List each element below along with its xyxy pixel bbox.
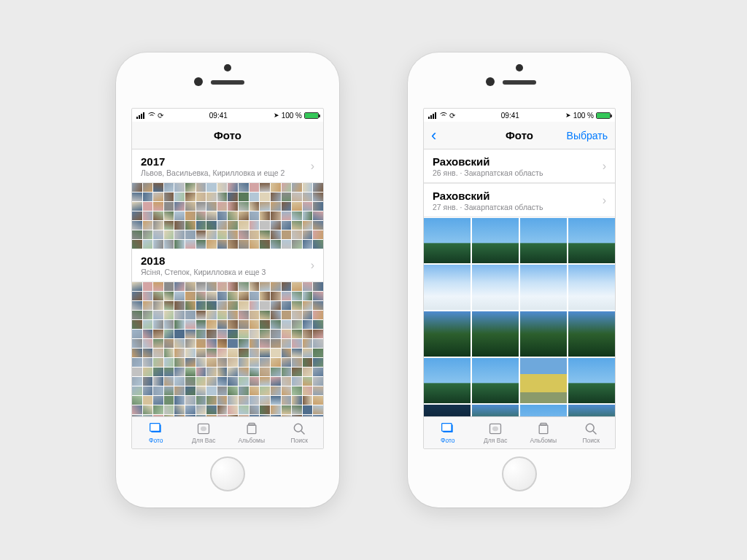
micro-thumb[interactable] bbox=[143, 240, 153, 249]
micro-thumb[interactable] bbox=[206, 240, 217, 249]
micro-thumb[interactable] bbox=[143, 183, 153, 192]
photo-thumb[interactable] bbox=[424, 405, 471, 416]
micro-thumb[interactable] bbox=[196, 405, 206, 414]
micro-thumb[interactable] bbox=[271, 311, 281, 319]
micro-thumb[interactable] bbox=[132, 330, 142, 338]
micro-thumb[interactable] bbox=[292, 192, 302, 201]
micro-thumb[interactable] bbox=[153, 202, 163, 211]
micro-thumb[interactable] bbox=[153, 405, 163, 414]
photo-thumb[interactable] bbox=[568, 218, 615, 263]
micro-thumb[interactable] bbox=[132, 358, 142, 367]
micro-thumb[interactable] bbox=[282, 396, 292, 405]
micro-thumb[interactable] bbox=[174, 311, 185, 319]
micro-thumb[interactable] bbox=[174, 330, 185, 338]
micro-thumb[interactable] bbox=[174, 211, 185, 220]
home-button[interactable] bbox=[210, 456, 245, 491]
year-section-2018[interactable]: 2018 Ясіня, Степок, Кирилловка и еще 3 › bbox=[132, 249, 323, 282]
micro-thumb[interactable] bbox=[282, 183, 292, 192]
micro-thumb[interactable] bbox=[271, 405, 281, 414]
micro-thumb[interactable] bbox=[164, 330, 174, 338]
micro-thumb[interactable] bbox=[206, 192, 217, 201]
micro-thumb[interactable] bbox=[164, 396, 174, 405]
micro-thumb[interactable] bbox=[206, 221, 217, 230]
micro-thumb[interactable] bbox=[271, 377, 281, 386]
micro-thumb[interactable] bbox=[174, 358, 185, 367]
micro-thumb[interactable] bbox=[282, 320, 292, 329]
micro-thumb[interactable] bbox=[303, 301, 313, 310]
micro-thumb[interactable] bbox=[174, 230, 185, 239]
micro-thumb[interactable] bbox=[132, 339, 142, 348]
micro-thumb[interactable] bbox=[174, 301, 185, 310]
micro-thumb[interactable] bbox=[260, 282, 270, 291]
micro-thumb[interactable] bbox=[217, 221, 228, 230]
micro-thumb[interactable] bbox=[271, 211, 281, 220]
micro-thumb[interactable] bbox=[206, 368, 217, 376]
micro-thumb[interactable] bbox=[185, 202, 196, 211]
photo-thumb[interactable] bbox=[520, 405, 567, 416]
micro-thumb[interactable] bbox=[313, 386, 323, 395]
micro-thumb[interactable] bbox=[153, 292, 163, 300]
micro-thumb[interactable] bbox=[303, 311, 313, 319]
micro-thumb[interactable] bbox=[292, 183, 302, 192]
micro-thumb[interactable] bbox=[292, 230, 302, 239]
micro-thumb[interactable] bbox=[239, 301, 249, 310]
micro-thumb[interactable] bbox=[313, 349, 323, 357]
tab-albums[interactable]: Альбомы bbox=[228, 417, 276, 448]
micro-thumb[interactable] bbox=[271, 292, 281, 300]
micro-thumb[interactable] bbox=[313, 183, 323, 192]
micro-thumb[interactable] bbox=[249, 230, 260, 239]
micro-thumb[interactable] bbox=[132, 292, 142, 300]
micro-thumb[interactable] bbox=[260, 320, 270, 329]
micro-thumb[interactable] bbox=[206, 183, 217, 192]
micro-thumb[interactable] bbox=[153, 230, 163, 239]
micro-thumb[interactable] bbox=[196, 358, 206, 367]
micro-thumb[interactable] bbox=[185, 368, 196, 376]
micro-thumb[interactable] bbox=[153, 349, 163, 357]
micro-thumb[interactable] bbox=[292, 292, 302, 300]
micro-thumb[interactable] bbox=[196, 377, 206, 386]
micro-thumb[interactable] bbox=[239, 386, 249, 395]
micro-thumb[interactable] bbox=[196, 349, 206, 357]
micro-thumb[interactable] bbox=[217, 349, 228, 357]
photos-years-view[interactable]: 2017 Львов, Васильевка, Кирилловка и еще… bbox=[132, 149, 323, 416]
micro-thumb[interactable] bbox=[206, 320, 217, 329]
micro-thumb[interactable] bbox=[292, 282, 302, 291]
tab-search[interactable]: Поиск bbox=[276, 417, 324, 448]
micro-thumb[interactable] bbox=[292, 386, 302, 395]
micro-thumb[interactable] bbox=[228, 211, 238, 220]
micro-thumb[interactable] bbox=[217, 202, 228, 211]
micro-thumb[interactable] bbox=[185, 377, 196, 386]
micro-thumb[interactable] bbox=[292, 221, 302, 230]
micro-thumb[interactable] bbox=[206, 396, 217, 405]
micro-thumb[interactable] bbox=[239, 221, 249, 230]
micro-thumb[interactable] bbox=[196, 368, 206, 376]
micro-thumb[interactable] bbox=[185, 330, 196, 338]
micro-thumb[interactable] bbox=[132, 221, 142, 230]
micro-thumb[interactable] bbox=[271, 240, 281, 249]
micro-thumb[interactable] bbox=[313, 358, 323, 367]
micro-thumb[interactable] bbox=[313, 202, 323, 211]
micro-thumb[interactable] bbox=[174, 339, 185, 348]
micro-thumb[interactable] bbox=[249, 282, 260, 291]
micro-thumb[interactable] bbox=[260, 292, 270, 300]
micro-thumb[interactable] bbox=[292, 339, 302, 348]
photo-thumb[interactable] bbox=[424, 358, 471, 403]
micro-thumb[interactable] bbox=[239, 202, 249, 211]
micro-thumb[interactable] bbox=[260, 311, 270, 319]
micro-thumb[interactable] bbox=[303, 330, 313, 338]
photos-moments-view[interactable]: Раховский 26 янв. · Закарпатская область… bbox=[424, 149, 615, 416]
micro-thumb[interactable] bbox=[196, 282, 206, 291]
micro-thumb[interactable] bbox=[313, 292, 323, 300]
micro-thumb[interactable] bbox=[239, 192, 249, 201]
micro-thumb[interactable] bbox=[239, 349, 249, 357]
micro-thumb[interactable] bbox=[303, 282, 313, 291]
micro-thumb[interactable] bbox=[228, 292, 238, 300]
micro-thumb[interactable] bbox=[313, 221, 323, 230]
micro-thumb[interactable] bbox=[249, 240, 260, 249]
micro-thumb[interactable] bbox=[303, 396, 313, 405]
micro-thumb[interactable] bbox=[174, 377, 185, 386]
micro-thumb[interactable] bbox=[206, 330, 217, 338]
micro-thumb[interactable] bbox=[153, 320, 163, 329]
micro-thumb[interactable] bbox=[174, 221, 185, 230]
micro-thumb[interactable] bbox=[217, 301, 228, 310]
